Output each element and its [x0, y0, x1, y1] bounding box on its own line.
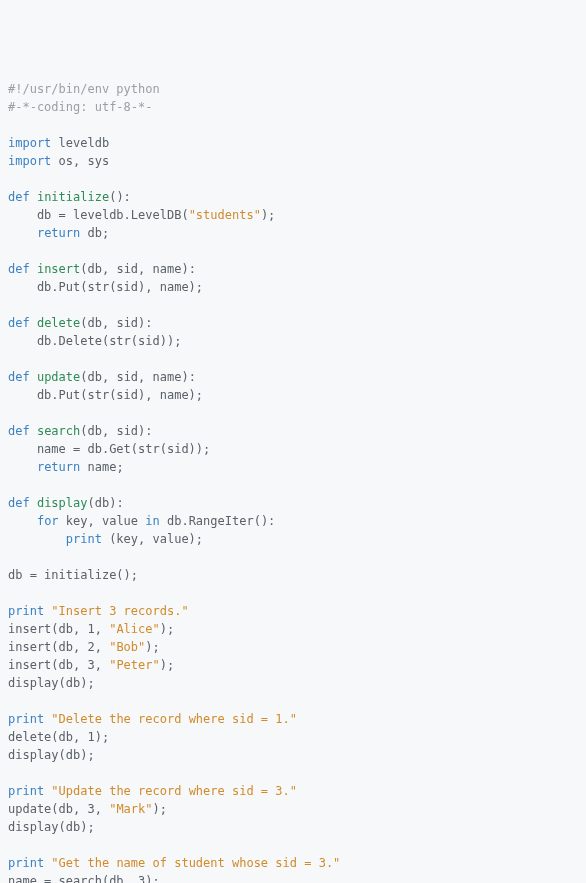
- line-del1: delete(db, 1);: [8, 730, 109, 744]
- fn-update: update: [37, 370, 80, 384]
- kw-def: def: [8, 496, 30, 510]
- str-bob: "Bob": [109, 640, 145, 654]
- fn-initialize: initialize: [37, 190, 109, 204]
- line-search3: name = search(db, 3);: [8, 874, 160, 883]
- kw-print: print: [8, 604, 44, 618]
- line-init-ret: db;: [80, 226, 109, 240]
- kw-print: print: [8, 784, 44, 798]
- indent: [8, 460, 37, 474]
- kw-for: for: [37, 514, 59, 528]
- comment-coding: #-*-coding: utf-8-*-: [8, 100, 153, 114]
- line-display: display(db);: [8, 676, 95, 690]
- str-insert3: "Insert 3 records.": [51, 604, 188, 618]
- kw-import: import: [8, 154, 51, 168]
- sig-display: (db):: [88, 496, 124, 510]
- sig-update: (db, sid, name):: [80, 370, 196, 384]
- kw-def: def: [8, 316, 30, 330]
- module-leveldb: leveldb: [59, 136, 110, 150]
- kw-in: in: [145, 514, 159, 528]
- kw-def: def: [8, 262, 30, 276]
- comment-shebang: #!/usr/bin/env python: [8, 82, 160, 96]
- line-db-init: db = initialize();: [8, 568, 138, 582]
- upd3-pre: update(db, 3,: [8, 802, 109, 816]
- sig-insert: (db, sid, name):: [80, 262, 196, 276]
- ins-post: );: [160, 622, 174, 636]
- str-alice: "Alice": [109, 622, 160, 636]
- kw-def: def: [8, 370, 30, 384]
- ins1-pre: insert(db, 1,: [8, 622, 109, 636]
- str-upd3: "Update the record where sid = 3.": [51, 784, 297, 798]
- indent: [8, 532, 66, 546]
- ins3-pre: insert(db, 3,: [8, 658, 109, 672]
- str-peter: "Peter": [109, 658, 160, 672]
- line-update-put: db.Put(str(sid), name);: [8, 388, 203, 402]
- sig-delete: (db, sid):: [80, 316, 152, 330]
- str-students: "students": [189, 208, 261, 222]
- kw-print: print: [66, 532, 102, 546]
- fn-search: search: [37, 424, 80, 438]
- kw-def: def: [8, 424, 30, 438]
- ins-post: );: [160, 658, 174, 672]
- indent: [8, 514, 37, 528]
- kw-return: return: [37, 460, 80, 474]
- module-os-sys: os, sys: [59, 154, 110, 168]
- line-insert-put: db.Put(str(sid), name);: [8, 280, 203, 294]
- line-search-ret: name;: [80, 460, 123, 474]
- print-args: (key, value);: [102, 532, 203, 546]
- ins-post: );: [153, 802, 167, 816]
- fn-display: display: [37, 496, 88, 510]
- kw-return: return: [37, 226, 80, 240]
- line-display: display(db);: [8, 748, 95, 762]
- line-init-assign-pre: db = leveldb.LevelDB(: [8, 208, 189, 222]
- ins-post: );: [145, 640, 159, 654]
- code-block: #!/usr/bin/env python #-*-coding: utf-8-…: [8, 80, 578, 883]
- indent: [8, 226, 37, 240]
- line-init-assign-post: );: [261, 208, 275, 222]
- sig-search: (db, sid):: [80, 424, 152, 438]
- fn-delete: delete: [37, 316, 80, 330]
- for-vars: key, value: [59, 514, 146, 528]
- kw-print: print: [8, 712, 44, 726]
- for-tail: db.RangeIter():: [160, 514, 276, 528]
- kw-print: print: [8, 856, 44, 870]
- str-del1: "Delete the record where sid = 1.": [51, 712, 297, 726]
- line-search-get: name = db.Get(str(sid));: [8, 442, 210, 456]
- str-get3: "Get the name of student whose sid = 3.": [51, 856, 340, 870]
- fn-insert: insert: [37, 262, 80, 276]
- line-display: display(db);: [8, 820, 95, 834]
- line-delete-del: db.Delete(str(sid));: [8, 334, 181, 348]
- sig-initialize: ():: [109, 190, 131, 204]
- str-mark: "Mark": [109, 802, 152, 816]
- ins2-pre: insert(db, 2,: [8, 640, 109, 654]
- kw-def: def: [8, 190, 30, 204]
- kw-import: import: [8, 136, 51, 150]
